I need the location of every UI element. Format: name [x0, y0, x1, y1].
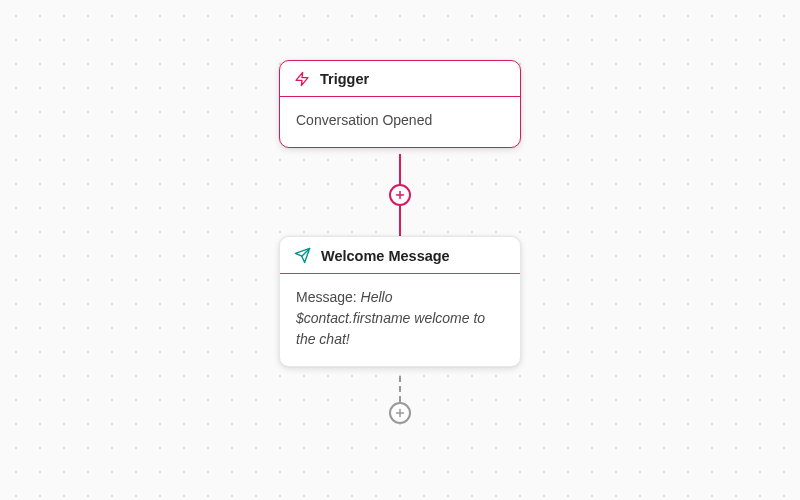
action-body: Message: Hello $contact.firstname welcom… — [280, 274, 520, 366]
svg-marker-0 — [296, 72, 308, 85]
trigger-body: Conversation Opened — [280, 97, 520, 147]
action-header: Welcome Message — [280, 237, 520, 274]
trigger-title: Trigger — [320, 71, 369, 87]
action-title: Welcome Message — [321, 248, 450, 264]
lightning-icon — [294, 71, 310, 87]
trigger-node[interactable]: Trigger Conversation Opened — [279, 60, 521, 148]
add-step-button[interactable] — [389, 184, 411, 206]
welcome-message-node[interactable]: Welcome Message Message: Hello $contact.… — [279, 236, 521, 367]
trigger-event: Conversation Opened — [296, 112, 432, 128]
send-icon — [294, 247, 311, 264]
trigger-header: Trigger — [280, 61, 520, 97]
message-label: Message: — [296, 289, 357, 305]
flow-canvas[interactable]: Trigger Conversation Opened Welcome Mess… — [0, 0, 800, 500]
add-step-button-end[interactable] — [389, 402, 411, 424]
